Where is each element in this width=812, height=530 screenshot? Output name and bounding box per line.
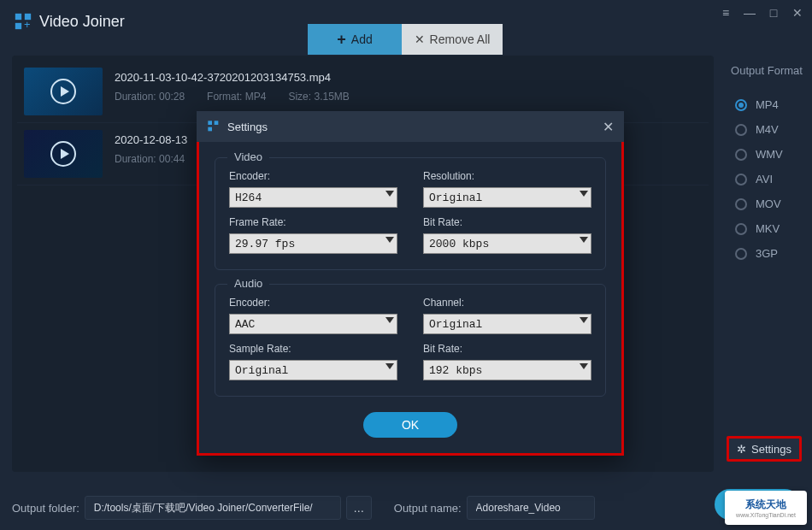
format-3gp[interactable]: 3GP [721, 241, 812, 266]
dialog-title: Settings [227, 121, 268, 133]
audio-samplerate-label: Sample Rate: [229, 343, 397, 355]
watermark-badge: 系统天地 www.XiTongTianDi.net [725, 491, 807, 525]
svg-rect-0 [15, 14, 21, 20]
svg-rect-2 [15, 23, 21, 29]
gear-icon: ✲ [737, 443, 746, 456]
radio-icon [735, 174, 747, 186]
video-bitrate-select[interactable] [423, 233, 591, 254]
video-framerate-select[interactable] [229, 233, 397, 254]
ok-button[interactable]: OK [363, 412, 457, 438]
plus-icon: + [337, 31, 346, 49]
output-folder-label: Output folder: [12, 502, 79, 515]
audio-channel-label: Channel: [423, 297, 591, 309]
app-title: Video Joiner [39, 13, 125, 31]
play-icon [50, 141, 76, 167]
remove-all-button[interactable]: ✕ Remove All [402, 24, 503, 55]
output-format-panel: Output Format MP4 M4V WMV AVI MOV MKV 3G… [718, 56, 812, 472]
browse-button[interactable]: … [346, 496, 372, 520]
minimize-icon[interactable]: — [742, 5, 757, 21]
svg-rect-6 [208, 127, 212, 132]
settings-dialog: Settings ✕ Video Encoder: Resolution: Fr… [197, 111, 624, 456]
audio-bitrate-label: Bit Rate: [423, 343, 591, 355]
video-bitrate-label: Bit Rate: [423, 216, 591, 228]
app-logo: + Video Joiner [14, 12, 125, 31]
menu-icon[interactable]: ≡ [718, 5, 733, 21]
format-avi[interactable]: AVI [721, 167, 812, 191]
close-icon[interactable]: ✕ [790, 5, 805, 21]
dialog-close-icon[interactable]: ✕ [603, 119, 614, 135]
audio-samplerate-select[interactable] [229, 360, 397, 380]
output-name-label: Output name: [394, 502, 462, 515]
audio-encoder-select[interactable] [229, 314, 397, 334]
sidebar-title: Output Format [721, 64, 812, 77]
svg-text:+: + [24, 18, 31, 31]
video-group-legend: Video [227, 150, 269, 163]
video-resolution-label: Resolution: [423, 170, 591, 182]
file-name: 2020-11-03-10-42-3720201203134753.mp4 [115, 71, 702, 84]
add-button[interactable]: + Add [308, 24, 402, 55]
audio-group-legend: Audio [227, 277, 269, 290]
format-wmv[interactable]: WMV [721, 142, 812, 167]
audio-channel-select[interactable] [423, 314, 591, 334]
format-mkv[interactable]: MKV [721, 216, 812, 241]
radio-icon [735, 124, 747, 136]
video-resolution-select[interactable] [423, 187, 591, 208]
radio-icon [735, 198, 747, 210]
format-mov[interactable]: MOV [721, 191, 812, 216]
format-m4v[interactable]: M4V [721, 117, 812, 142]
format-mp4[interactable]: MP4 [721, 92, 812, 117]
output-folder-input[interactable] [85, 496, 341, 520]
radio-icon [735, 248, 747, 260]
svg-rect-4 [208, 121, 212, 125]
thumbnail[interactable] [24, 130, 103, 178]
video-encoder-select[interactable] [229, 187, 397, 208]
settings-button[interactable]: ✲ Settings [727, 436, 802, 462]
maximize-icon[interactable]: □ [766, 5, 781, 21]
x-icon: ✕ [415, 32, 425, 46]
audio-bitrate-select[interactable] [423, 360, 591, 380]
svg-rect-5 [215, 121, 219, 125]
output-name-input[interactable] [467, 496, 595, 520]
audio-encoder-label: Encoder: [229, 297, 397, 309]
radio-icon [735, 149, 747, 161]
play-icon [50, 79, 76, 104]
video-framerate-label: Frame Rate: [229, 216, 397, 228]
thumbnail[interactable] [24, 68, 103, 115]
settings-dialog-icon [207, 120, 221, 133]
video-encoder-label: Encoder: [229, 170, 397, 182]
radio-icon [735, 99, 747, 111]
radio-icon [735, 223, 747, 235]
